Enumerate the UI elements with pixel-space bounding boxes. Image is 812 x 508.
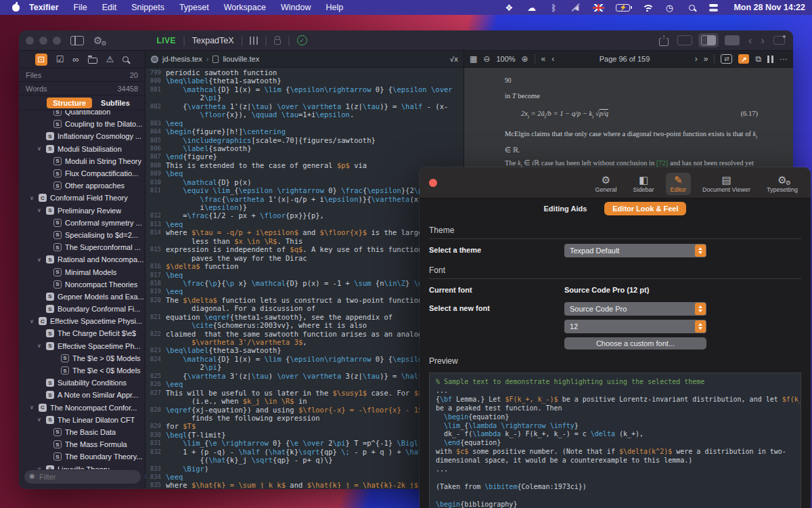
jump-to-source-icon[interactable]: ↗ — [738, 54, 749, 64]
prev-page-button[interactable]: ‹ — [551, 54, 554, 64]
outline-item[interactable]: SOther approaches — [19, 179, 145, 192]
tab-structure[interactable]: Structure — [47, 98, 92, 108]
warnings-mode-icon[interactable]: ⚠ — [106, 55, 114, 64]
zoom-level[interactable]: 100% — [496, 55, 515, 63]
menu-window[interactable]: Window — [281, 3, 311, 12]
menu-snippets[interactable]: Snippets — [131, 3, 164, 12]
thumbnails-icon[interactable]: ▦ — [470, 54, 477, 64]
back-button[interactable]: ‹ — [748, 35, 752, 46]
todo-mode-icon[interactable]: ☑ — [56, 55, 64, 64]
more-options-icon[interactable]: ··· — [780, 54, 788, 64]
zoom-button[interactable] — [53, 37, 61, 45]
math-preview-button[interactable]: √x — [450, 56, 458, 63]
chevron-down-icon[interactable]: ∨ — [30, 318, 39, 324]
outline-item[interactable]: ∨SEffective Spacetime Ph... — [19, 340, 145, 352]
pages-icon[interactable]: ⧉ — [755, 54, 761, 64]
live-typeset-badge[interactable]: LIVE — [156, 36, 176, 45]
pref-tab-sidebar[interactable]: ◧Sidebar — [629, 173, 659, 195]
structure-mode-icon[interactable]: ⊡ — [35, 54, 47, 66]
outline-item[interactable]: SA Note on Similar Appr... — [19, 389, 145, 401]
outline-item[interactable]: SNoncompact Theories — [19, 278, 145, 291]
outline-item[interactable]: SSpecialising to $d=2... — [19, 229, 145, 241]
zoom-in-icon[interactable]: ⊕ — [522, 54, 528, 64]
outline-item[interactable]: SBoundary Conformal Fi... — [19, 303, 145, 315]
outline-item[interactable]: SConformal symmetry ... — [19, 217, 145, 229]
close-button[interactable] — [26, 37, 34, 45]
outline-item[interactable]: SInflationary Cosmology ... — [19, 130, 145, 142]
outline-item[interactable]: ∨SModuli Stabilisation — [19, 143, 145, 155]
toggle-sidebar-icon[interactable] — [70, 36, 84, 45]
outline-item[interactable]: SGepner Models and Exa... — [19, 291, 145, 303]
filter-input[interactable] — [24, 470, 141, 484]
outline-item[interactable]: SMinimal Models — [19, 266, 145, 278]
chevron-down-icon[interactable]: ∨ — [30, 195, 39, 201]
menu-edit[interactable]: Edit — [102, 3, 117, 12]
symbols-mode-icon[interactable]: ∞ — [72, 55, 78, 64]
menu-workspace[interactable]: Workspace — [224, 3, 266, 12]
outline-item[interactable]: SThe Basic Data — [19, 426, 145, 438]
pref-tab-editor[interactable]: ✎Editor — [666, 173, 692, 195]
layout-split-button[interactable] — [698, 33, 719, 47]
outline-item[interactable]: SFlux Compactificatio... — [19, 167, 145, 179]
files-mode-icon[interactable] — [88, 58, 97, 64]
pause-typeset-icon[interactable] — [767, 56, 773, 63]
bluetooth-icon[interactable]: ᛒ — [548, 2, 559, 13]
typeset-engine-title[interactable]: TexpadTeX — [192, 36, 234, 45]
font-select[interactable]: Source Code Pro — [564, 302, 706, 316]
outline-item[interactable]: ∨SThe Linear Dilaton CFT — [19, 414, 145, 426]
dropbox-icon[interactable]: ❖ — [503, 2, 514, 13]
spotlight-icon[interactable] — [686, 2, 697, 13]
outline-item[interactable]: SThe Superconformal ... — [19, 241, 145, 253]
typeset-options-icon[interactable] — [250, 37, 251, 45]
outline-item[interactable]: SCoupling to the Dilato... — [19, 118, 145, 130]
menu-file[interactable]: File — [74, 3, 87, 12]
lock-icon[interactable] — [274, 39, 281, 45]
outline-item[interactable]: ∨SPreliminary Review — [19, 205, 145, 217]
layout-editor-only-button[interactable] — [677, 35, 692, 45]
chevron-down-icon[interactable]: ∨ — [37, 207, 46, 213]
control-center-icon[interactable] — [708, 4, 719, 12]
outline-item[interactable]: SThe Mass Formula — [19, 438, 145, 450]
settings-gears-icon[interactable]: ⚙ — [93, 35, 102, 45]
chevron-down-icon[interactable]: ∨ — [37, 343, 46, 349]
chevron-down-icon[interactable]: ∨ — [30, 404, 39, 410]
tab-editor-look-feel[interactable]: Editor Look & Feel — [604, 202, 686, 215]
outline-item[interactable]: SThe Boundary Theory... — [19, 450, 145, 463]
next-page-button[interactable]: › — [695, 54, 698, 64]
outline-item[interactable]: SModuli in String Theory — [19, 155, 145, 167]
mute-icon[interactable]: ◀ — [570, 2, 581, 13]
battery-icon[interactable]: ⚡ — [616, 4, 630, 12]
outline-item[interactable]: ∨SLiouville Theory — [19, 463, 145, 469]
sync-icon[interactable]: ⇄ — [721, 54, 732, 64]
chevron-down-icon[interactable]: ∨ — [37, 257, 46, 263]
tab-subfiles[interactable]: Subfiles — [95, 98, 136, 108]
outline-item[interactable]: SQuantification — [19, 110, 145, 118]
tab-editing-aids[interactable]: Editing Aids — [544, 205, 587, 213]
minimize-button[interactable] — [39, 37, 47, 45]
first-page-button[interactable]: « — [541, 54, 546, 64]
layout-pdf-only-button[interactable] — [725, 35, 740, 45]
search-mode-icon[interactable] — [122, 56, 129, 62]
theme-select[interactable]: Texpad Default — [564, 244, 706, 257]
chevron-down-icon[interactable]: ∨ — [37, 417, 46, 423]
outline-item[interactable]: ∨CConformal Field Theory — [19, 192, 145, 204]
time-machine-icon[interactable]: ◷ — [664, 2, 675, 13]
outline-item[interactable]: SThe Charge Deficit $\e$ — [19, 327, 145, 339]
outline-item[interactable]: SThe $\e > 0$ Models — [19, 352, 145, 364]
pref-tab-typesetting[interactable]: ⚙Typesetting — [762, 173, 803, 195]
outline-item[interactable]: ∨CEffective Spacetime Physi... — [19, 315, 145, 327]
share-icon[interactable] — [659, 38, 669, 46]
code-editor[interactable]: 799periodic sawtooth function800\beq\lab… — [145, 68, 464, 488]
menu-texifier[interactable]: Texifier — [29, 3, 59, 12]
last-page-button[interactable]: » — [704, 54, 708, 64]
outline-item[interactable]: SSuitability Conditions — [19, 377, 145, 389]
apple-menu-icon[interactable] — [12, 4, 20, 12]
wifi-icon[interactable] — [641, 3, 652, 12]
forward-button[interactable]: › — [761, 35, 765, 46]
menu-help[interactable]: Help — [325, 3, 343, 12]
chevron-down-icon[interactable]: ∨ — [37, 146, 46, 152]
outline-item[interactable]: ∨CThe Noncompact Confor... — [19, 402, 145, 414]
outline-item[interactable]: SThe $\e < 0$ Models — [19, 364, 145, 377]
breadcrumb-root[interactable]: jd-thesis.tex — [162, 55, 202, 63]
keyboard-flag-icon[interactable] — [593, 4, 604, 12]
